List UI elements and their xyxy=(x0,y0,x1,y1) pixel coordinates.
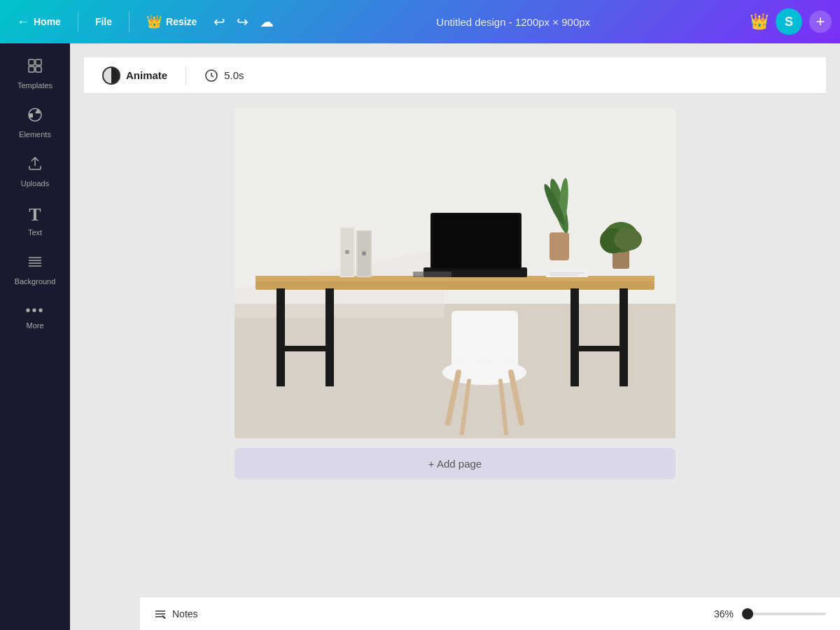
redo-button[interactable]: ↪ xyxy=(234,10,251,33)
secondary-toolbar: Animate 5.0s xyxy=(84,57,826,94)
svg-rect-30 xyxy=(413,272,451,277)
svg-rect-1 xyxy=(36,59,41,65)
uploads-label: Uploads xyxy=(21,179,49,188)
sidebar-item-uploads[interactable]: Uploads xyxy=(0,147,70,196)
background-icon xyxy=(27,253,43,274)
duration-button[interactable]: 5.0s xyxy=(197,64,251,87)
toolbar-sep xyxy=(186,66,186,85)
canvas-area: Animate 5.0s ⧉ + xyxy=(70,43,840,630)
svg-rect-2 xyxy=(29,66,34,72)
resize-label: Resize xyxy=(166,16,197,27)
toolbar-divider-1 xyxy=(78,11,78,32)
svg-rect-20 xyxy=(570,346,628,351)
more-label: More xyxy=(26,321,43,330)
elements-icon xyxy=(27,106,43,127)
undo-redo-group: ↩ ↪ xyxy=(211,10,251,33)
zoom-slider[interactable] xyxy=(742,612,826,615)
svg-rect-4 xyxy=(29,113,33,118)
sidebar-item-background[interactable]: Background xyxy=(0,245,70,294)
clock-icon xyxy=(204,69,218,83)
svg-rect-16 xyxy=(326,288,334,386)
design-canvas[interactable] xyxy=(234,108,676,438)
svg-rect-18 xyxy=(620,288,628,386)
back-icon: ← xyxy=(17,15,29,29)
zoom-percent: 36% xyxy=(714,608,734,620)
uploads-icon xyxy=(27,155,43,176)
svg-rect-0 xyxy=(29,59,34,65)
animate-button[interactable]: Animate xyxy=(95,62,174,89)
background-label: Background xyxy=(15,277,56,286)
text-label: Text xyxy=(28,228,42,237)
desk-scene-image xyxy=(234,108,676,438)
design-title: Untitled design - 840px × 630px xyxy=(282,16,744,28)
svg-rect-15 xyxy=(276,288,285,386)
save-button[interactable]: ☁ xyxy=(257,10,276,33)
home-label: Home xyxy=(34,16,61,27)
bottom-bar: Notes 36% xyxy=(140,596,840,630)
desk-svg xyxy=(234,108,676,438)
sidebar-item-elements[interactable]: Elements xyxy=(0,98,70,147)
zoom-thumb xyxy=(742,608,753,620)
notes-icon xyxy=(154,608,167,620)
sidebar-item-templates[interactable]: Templates xyxy=(0,49,70,98)
file-label: File xyxy=(95,16,112,27)
duration-label: 5.0s xyxy=(224,69,244,81)
elements-label: Elements xyxy=(19,130,51,139)
crown-icon: 👑 xyxy=(146,14,162,29)
main-toolbar: ← Home File 👑 Resize ↩ ↪ ☁ Untitled desi… xyxy=(0,0,840,43)
notes-button[interactable]: Notes xyxy=(154,608,198,620)
main-area: Templates Elements Uploads T xyxy=(0,43,840,630)
svg-rect-31 xyxy=(546,270,588,277)
svg-rect-3 xyxy=(36,66,41,72)
notes-label: Notes xyxy=(172,608,198,620)
svg-rect-17 xyxy=(570,288,579,386)
resize-button[interactable]: 👑 Resize xyxy=(138,10,205,34)
svg-rect-29 xyxy=(433,215,519,268)
svg-rect-19 xyxy=(276,346,334,351)
premium-icon: 👑 xyxy=(750,13,769,31)
text-icon: T xyxy=(29,204,41,225)
sidebar-item-more[interactable]: ••• More xyxy=(0,294,70,338)
svg-point-41 xyxy=(614,228,642,251)
sidebar: Templates Elements Uploads T xyxy=(0,43,70,630)
animate-label: Animate xyxy=(126,69,167,81)
animate-icon xyxy=(102,66,120,85)
canvas-scroll[interactable]: ⧉ + ↻+ xyxy=(234,94,676,616)
more-icon: ••• xyxy=(25,302,44,318)
undo-button[interactable]: ↩ xyxy=(211,10,228,33)
templates-label: Templates xyxy=(18,81,52,90)
svg-point-23 xyxy=(345,250,349,254)
templates-icon xyxy=(27,57,43,78)
toolbar-divider-2 xyxy=(129,11,130,32)
avatar[interactable]: S xyxy=(776,8,802,35)
sidebar-item-text[interactable]: T Text xyxy=(0,196,70,245)
svg-point-26 xyxy=(362,251,366,255)
back-home-button[interactable]: ← Home xyxy=(8,10,69,34)
toolbar-right-group: 👑 S + xyxy=(750,8,832,35)
zoom-section: 36% xyxy=(714,608,826,620)
canvas-wrapper: ⧉ + ↻+ xyxy=(234,108,676,438)
add-page-button[interactable]: + Add page xyxy=(234,448,676,479)
add-collaborator-button[interactable]: + xyxy=(809,10,832,33)
file-button[interactable]: File xyxy=(87,12,120,31)
svg-rect-34 xyxy=(550,232,569,260)
